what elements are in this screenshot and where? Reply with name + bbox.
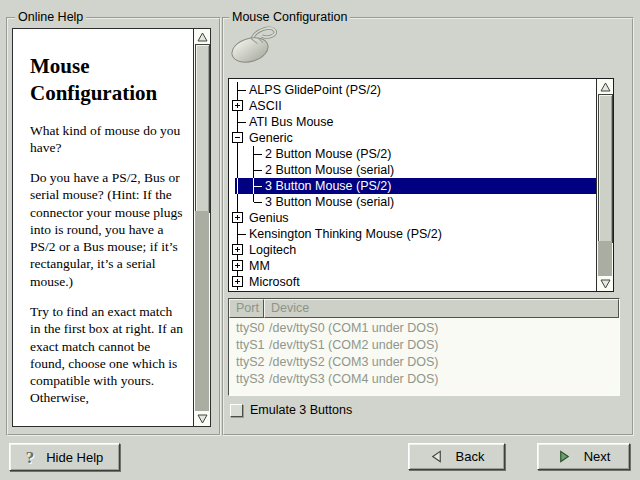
- serial-port-table: Port Device ttyS0/dev/ttyS0 (COM1 under …: [228, 298, 620, 396]
- mouse-tree-rows: ALPS GlidePoint (PS/2)ASCIIATI Bus Mouse…: [229, 79, 596, 291]
- hide-help-button[interactable]: ? Hide Help: [9, 443, 120, 471]
- tree-item[interactable]: 2 Button Mouse (PS/2): [229, 146, 596, 162]
- mouse-configuration-window: Online Help Mouse Configuration What kin…: [0, 0, 640, 480]
- tree-item-label: Kensington Thinking Mouse (PS/2): [249, 226, 442, 242]
- back-button[interactable]: Back: [408, 443, 505, 470]
- tree-item[interactable]: Logitech: [229, 242, 596, 258]
- device-cell: /dev/ttyS2 (COM3 under DOS): [269, 354, 619, 371]
- expand-plus-icon[interactable]: [232, 276, 243, 287]
- help-paragraph: Try to find an exact match in the first …: [30, 303, 183, 407]
- collapse-minus-icon[interactable]: [232, 132, 243, 143]
- emulate-3-buttons-row[interactable]: Emulate 3 Buttons: [230, 402, 352, 418]
- emulate-3-buttons-checkbox[interactable]: [230, 404, 243, 417]
- tree-item-label: Microsoft: [249, 274, 300, 290]
- tree-item[interactable]: 3 Button Mouse (serial): [229, 194, 596, 210]
- port-cell: ttyS3: [229, 371, 269, 388]
- tree-item-label: Logitech: [249, 242, 296, 258]
- help-title: Mouse Configuration: [30, 53, 183, 108]
- emulate-3-buttons-label: Emulate 3 Buttons: [250, 403, 352, 417]
- port-table-body: ttyS0/dev/ttyS0 (COM1 under DOS)ttyS1/de…: [229, 320, 619, 388]
- tree-scrollbar[interactable]: [596, 79, 613, 291]
- mouse-configuration-frame: Mouse Configuration ALPS GlidePoint (PS/…: [222, 17, 634, 436]
- expand-plus-icon[interactable]: [232, 244, 243, 255]
- device-cell: /dev/ttyS1 (COM2 under DOS): [269, 337, 619, 354]
- tree-item-label: 2 Button Mouse (PS/2): [265, 146, 391, 162]
- next-button-label: Next: [584, 449, 611, 464]
- tree-item-label: 3 Button Mouse (serial): [265, 194, 394, 210]
- back-button-label: Back: [456, 449, 485, 464]
- scrollbar-track[interactable]: [195, 211, 209, 411]
- port-cell: ttyS0: [229, 320, 269, 337]
- help-text-content: Mouse Configuration What kind of mouse d…: [13, 29, 193, 426]
- port-cell: ttyS2: [229, 354, 269, 371]
- tree-item-label: ATI Bus Mouse: [249, 114, 334, 130]
- tree-item-label: MM: [249, 258, 270, 274]
- scroll-down-arrow-icon[interactable]: [194, 411, 210, 426]
- tree-item[interactable]: ALPS GlidePoint (PS/2): [229, 82, 596, 98]
- hide-help-button-label: Hide Help: [46, 450, 103, 465]
- scrollbar-track[interactable]: [598, 241, 612, 276]
- device-cell: /dev/ttyS3 (COM4 under DOS): [269, 371, 619, 388]
- tree-item[interactable]: ATI Bus Mouse: [229, 114, 596, 130]
- help-paragraph: Do you have a PS/2, Bus or serial mouse?…: [30, 169, 183, 290]
- help-paragraph: What kind of mouse do you have?: [30, 122, 183, 157]
- scrollbar-thumb[interactable]: [195, 44, 210, 213]
- question-mark-icon: ?: [26, 449, 35, 466]
- tree-item[interactable]: Microsoft: [229, 274, 596, 290]
- mouse-type-tree: ALPS GlidePoint (PS/2)ASCIIATI Bus Mouse…: [228, 78, 614, 292]
- tree-item-label: ALPS GlidePoint (PS/2): [249, 82, 381, 98]
- tree-item[interactable]: Generic: [229, 130, 596, 146]
- device-cell: /dev/ttyS0 (COM1 under DOS): [269, 320, 619, 337]
- tree-item-label: Genius: [249, 210, 289, 226]
- port-table-header: Port Device: [229, 299, 619, 318]
- mouse-icon: [228, 24, 280, 66]
- tree-item[interactable]: 3 Button Mouse (PS/2): [229, 178, 596, 194]
- back-arrow-icon: [429, 449, 444, 464]
- port-column-header: Port: [229, 299, 264, 318]
- tree-item-label: ASCII: [249, 98, 282, 114]
- next-arrow-icon: [557, 449, 572, 464]
- expand-plus-icon[interactable]: [232, 100, 243, 111]
- scroll-up-arrow-icon[interactable]: [194, 29, 210, 44]
- port-cell: ttyS1: [229, 337, 269, 354]
- help-scrollbar[interactable]: [193, 29, 210, 426]
- scroll-up-arrow-icon[interactable]: [597, 79, 613, 94]
- tree-item[interactable]: Genius: [229, 210, 596, 226]
- tree-item-label: 2 Button Mouse (serial): [265, 162, 394, 178]
- table-row[interactable]: ttyS3/dev/ttyS3 (COM4 under DOS): [229, 371, 619, 388]
- tree-item[interactable]: ASCII: [229, 98, 596, 114]
- table-row[interactable]: ttyS2/dev/ttyS2 (COM3 under DOS): [229, 354, 619, 371]
- tree-item[interactable]: 2 Button Mouse (serial): [229, 162, 596, 178]
- table-row[interactable]: ttyS0/dev/ttyS0 (COM1 under DOS): [229, 320, 619, 337]
- expand-plus-icon[interactable]: [232, 260, 243, 271]
- tree-item[interactable]: Kensington Thinking Mouse (PS/2): [229, 226, 596, 242]
- next-button[interactable]: Next: [537, 443, 630, 470]
- online-help-frame: Online Help Mouse Configuration What kin…: [6, 17, 221, 436]
- tree-item-label: Generic: [249, 130, 293, 146]
- scrollbar-thumb[interactable]: [598, 94, 613, 243]
- table-row[interactable]: ttyS1/dev/ttyS1 (COM2 under DOS): [229, 337, 619, 354]
- scroll-down-arrow-icon[interactable]: [597, 276, 613, 291]
- online-help-frame-label: Online Help: [15, 10, 86, 24]
- mouse-configuration-frame-label: Mouse Configuration: [229, 10, 350, 24]
- device-column-header: Device: [264, 299, 619, 318]
- tree-item[interactable]: MM: [229, 258, 596, 274]
- tree-item-label: 3 Button Mouse (PS/2): [265, 178, 391, 194]
- expand-plus-icon[interactable]: [232, 212, 243, 223]
- help-text-panel: Mouse Configuration What kind of mouse d…: [12, 28, 211, 427]
